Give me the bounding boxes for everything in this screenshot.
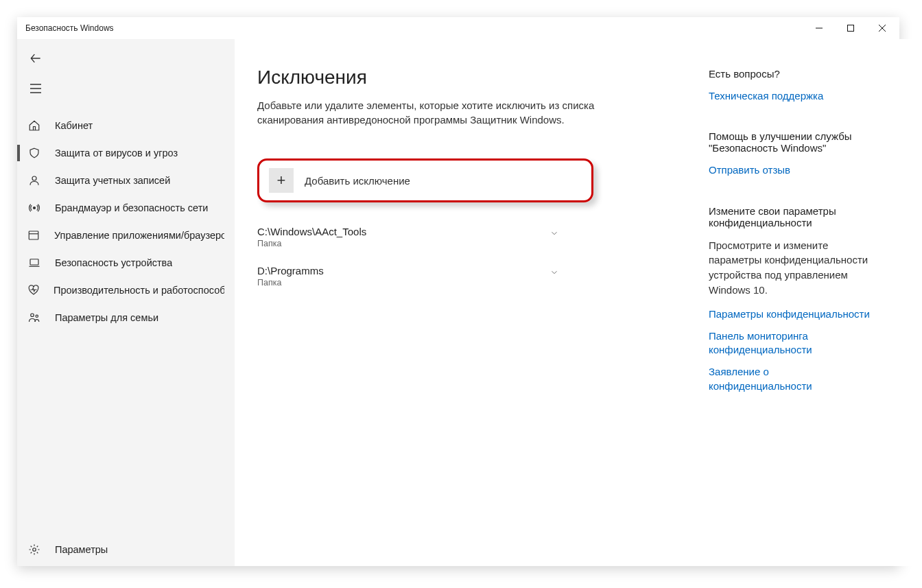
chevron-down-icon bbox=[549, 268, 559, 277]
page-description: Добавьте или удалите элементы, которые х… bbox=[257, 98, 600, 127]
family-icon bbox=[27, 311, 41, 325]
window-title: Безопасность Windows bbox=[25, 23, 114, 33]
heart-icon bbox=[27, 283, 40, 297]
sidebar-item-label: Параметры для семьи bbox=[55, 312, 158, 323]
svg-point-2 bbox=[34, 207, 36, 209]
hamburger-button[interactable] bbox=[19, 73, 53, 104]
svg-rect-4 bbox=[30, 259, 38, 265]
aside-panel: Есть вопросы? Техническая поддержка Помо… bbox=[709, 67, 908, 566]
sidebar-item-virus[interactable]: Защита от вирусов и угроз bbox=[17, 139, 235, 167]
main-content: Исключения Добавьте или удалите элементы… bbox=[235, 39, 922, 566]
sidebar-list: Кабинет Защита от вирусов и угроз Защита… bbox=[17, 106, 235, 536]
exclusion-path: C:\Windows\AAct_Tools bbox=[257, 226, 366, 237]
app-icon bbox=[27, 228, 40, 242]
aside-help: Есть вопросы? Техническая поддержка bbox=[709, 68, 908, 103]
aside-help-title: Есть вопросы? bbox=[709, 68, 908, 80]
exclusion-path: D:\Programms bbox=[257, 265, 324, 277]
plus-icon: + bbox=[269, 168, 294, 193]
sidebar: Кабинет Защита от вирусов и угроз Защита… bbox=[17, 39, 235, 566]
aside-privacy: Измените свои параметры конфиденциальнос… bbox=[709, 205, 908, 393]
svg-rect-3 bbox=[29, 231, 39, 239]
sidebar-item-label: Безопасность устройства bbox=[55, 257, 172, 268]
sidebar-item-label: Производительность и работоспособность у… bbox=[54, 285, 224, 296]
sidebar-item-label: Защита от вирусов и угроз bbox=[55, 148, 178, 158]
sidebar-item-device-security[interactable]: Безопасность устройства bbox=[17, 249, 235, 277]
sidebar-item-label: Управление приложениями/браузером bbox=[54, 230, 224, 241]
aside-privacy-desc: Просмотрите и измените параметры конфиде… bbox=[709, 238, 873, 298]
sidebar-item-family[interactable]: Параметры для семьи bbox=[17, 304, 235, 331]
svg-point-6 bbox=[36, 315, 38, 317]
svg-point-7 bbox=[33, 548, 36, 552]
person-icon bbox=[27, 174, 41, 187]
exclusion-item[interactable]: C:\Windows\AAct_Tools Папка bbox=[257, 222, 559, 261]
sidebar-item-label: Кабинет bbox=[55, 120, 93, 131]
svg-rect-0 bbox=[848, 25, 854, 32]
privacy-settings-link[interactable]: Параметры конфиденциальности bbox=[709, 307, 873, 321]
privacy-statement-link[interactable]: Заявление о конфиденциальности bbox=[709, 365, 873, 393]
sidebar-item-settings[interactable]: Параметры bbox=[17, 536, 235, 563]
maximize-button[interactable] bbox=[835, 17, 866, 39]
tech-support-link[interactable]: Техническая поддержка bbox=[709, 89, 873, 103]
aside-privacy-title: Измените свои параметры конфиденциальнос… bbox=[709, 205, 908, 228]
close-button[interactable] bbox=[866, 17, 898, 39]
sidebar-item-label: Брандмауэр и безопасность сети bbox=[55, 202, 208, 213]
svg-point-1 bbox=[32, 176, 36, 180]
aside-feedback: Помощь в улучшении службы "Безопасность … bbox=[709, 130, 908, 177]
gear-icon bbox=[27, 543, 41, 556]
window-controls bbox=[803, 17, 898, 39]
page-title: Исключения bbox=[257, 67, 683, 89]
laptop-icon bbox=[27, 256, 41, 270]
home-icon bbox=[27, 119, 41, 132]
sidebar-item-app-browser[interactable]: Управление приложениями/браузером bbox=[17, 222, 235, 249]
sidebar-item-label: Защита учетных записей bbox=[55, 175, 170, 186]
privacy-dashboard-link[interactable]: Панель мониторинга конфиденциальности bbox=[709, 329, 873, 357]
sidebar-item-home[interactable]: Кабинет bbox=[17, 112, 235, 139]
shield-icon bbox=[27, 146, 41, 160]
exclusion-item[interactable]: D:\Programms Папка bbox=[257, 261, 559, 300]
send-feedback-link[interactable]: Отправить отзыв bbox=[709, 163, 873, 177]
sidebar-item-device-performance[interactable]: Производительность и работоспособность у… bbox=[17, 277, 235, 304]
svg-point-5 bbox=[31, 314, 34, 317]
exclusion-type: Папка bbox=[257, 278, 324, 287]
minimize-button[interactable] bbox=[803, 17, 835, 39]
titlebar: Безопасность Windows bbox=[17, 17, 899, 39]
aside-feedback-title: Помощь в улучшении службы "Безопасность … bbox=[709, 130, 908, 154]
app-window: Безопасность Windows bbox=[17, 17, 899, 566]
network-icon bbox=[27, 201, 41, 215]
sidebar-item-firewall[interactable]: Брандмауэр и безопасность сети bbox=[17, 194, 235, 222]
add-exclusion-label: Добавить исключение bbox=[305, 175, 410, 187]
exclusion-type: Папка bbox=[257, 239, 366, 248]
sidebar-item-label: Параметры bbox=[55, 544, 108, 555]
sidebar-item-account[interactable]: Защита учетных записей bbox=[17, 167, 235, 194]
chevron-down-icon bbox=[549, 228, 559, 238]
add-exclusion-button[interactable]: + Добавить исключение bbox=[257, 158, 593, 202]
back-button[interactable] bbox=[19, 43, 53, 73]
